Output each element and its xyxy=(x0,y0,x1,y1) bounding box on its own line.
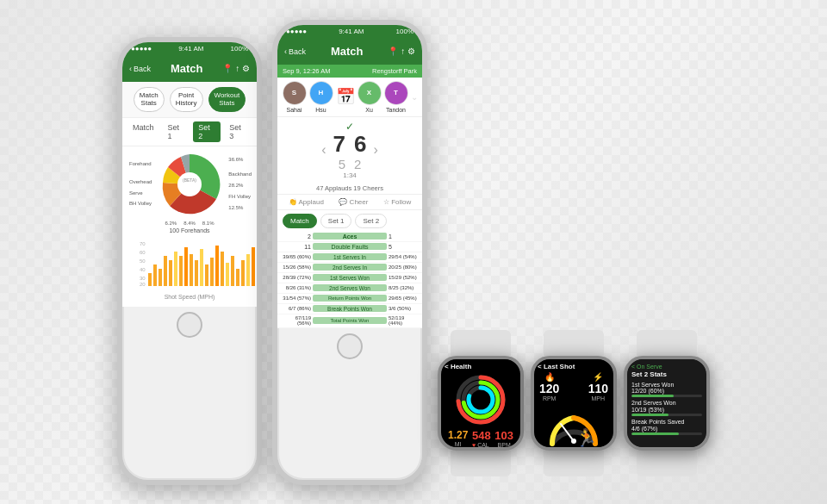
stats-row-1sw: 28/39 (72%) 1st Serves Won 15/29 (52%) xyxy=(277,273,422,283)
health-bpm-unit: BPM xyxy=(494,442,513,447)
svg-rect-20 xyxy=(210,258,214,286)
cheer-btn[interactable]: 💬 Cheer xyxy=(339,198,368,206)
set-tab-match[interactable]: Match xyxy=(127,121,159,142)
stats-row-2sw: 8/26 (31%) 2nd Serves Won 8/25 (32%) xyxy=(277,283,422,294)
phone2-home-btn[interactable] xyxy=(337,333,363,359)
phone1-chart-area: Forehand Overhead Serve BH Volley xyxy=(122,146,257,307)
watch2-band-top xyxy=(544,330,604,356)
shot-title: < Last Shot xyxy=(538,363,610,370)
svg-rect-24 xyxy=(231,256,234,286)
svg-rect-26 xyxy=(241,260,245,286)
phone1-bar-chart: 70 60 50 40 30 20 xyxy=(126,235,253,303)
stats-tab-match[interactable]: Match xyxy=(283,214,317,228)
health-distance-unit: MI xyxy=(448,441,468,447)
tab-point-history[interactable]: PointHistory xyxy=(170,87,203,112)
1sw-left: 28/39 (72%) xyxy=(281,275,311,280)
nav-arrow-left[interactable]: ‹ xyxy=(321,142,326,158)
watch-health: < Health xyxy=(438,356,524,451)
phone2-back-btn[interactable]: ‹ Back xyxy=(284,47,306,56)
tpw-left: 67/119 (56%) xyxy=(281,315,311,326)
player-tandon: T Tandon xyxy=(384,81,408,113)
health-calories: 548 xyxy=(472,429,491,442)
pct-bh-volley: 8.1% xyxy=(202,221,215,226)
svg-rect-10 xyxy=(159,269,162,286)
label-pct-fh-volley: 12.5% xyxy=(228,202,252,214)
shot-mph: 110 xyxy=(588,382,608,395)
label-overhead: Overhead xyxy=(129,177,152,187)
watch-health-screen: < Health xyxy=(441,359,520,447)
pie-chart-svg: (BETA) xyxy=(151,150,228,219)
set-tab-1[interactable]: Set 1 xyxy=(163,121,190,142)
stats-tab-set1[interactable]: Set 1 xyxy=(320,214,352,228)
svg-rect-11 xyxy=(164,256,167,286)
set-tab-2[interactable]: Set 2 xyxy=(193,121,221,142)
score-check: ✓ xyxy=(345,121,354,133)
scene: ●●●●● 9:41 AM 100% ‹ Back Match 📍 ↑ ⚙ Ma… xyxy=(117,20,710,485)
shot-mph-unit: MPH xyxy=(588,395,608,401)
follow-btn[interactable]: ☆ Follow xyxy=(383,198,411,206)
watch-on-serve: < On Serve Set 2 Stats 1st Serves Won 12… xyxy=(624,356,710,451)
svg-rect-15 xyxy=(184,247,188,286)
stats-tab-row: Match Set 1 Set 2 xyxy=(277,210,422,232)
health-title: < Health xyxy=(445,363,517,370)
tab-match-stats[interactable]: MatchStats xyxy=(134,87,165,112)
svg-rect-19 xyxy=(205,264,208,286)
player-name-tandon: Tandon xyxy=(386,107,406,113)
phone1-home-btn[interactable] xyxy=(177,312,202,338)
svg-text:40: 40 xyxy=(140,267,146,272)
svg-text:60: 60 xyxy=(140,250,146,255)
phone1-back-btn[interactable]: ‹ Back xyxy=(129,65,151,73)
stats-row-rpw: 31/54 (57%) Return Points Won 29/65 (45%… xyxy=(277,294,422,304)
svg-rect-9 xyxy=(153,264,157,286)
watch-last-shot: < Last Shot 🔥 120 RPM ⚡ 110 MPH xyxy=(531,356,617,451)
svg-rect-18 xyxy=(200,249,203,286)
svg-rect-28 xyxy=(252,247,255,286)
stats-tab-set2[interactable]: Set 2 xyxy=(355,214,387,228)
phone2-header: ‹ Back Match 📍 ↑ ⚙ xyxy=(277,39,422,65)
tab-workout-stats[interactable]: WorkoutStats xyxy=(208,87,246,112)
stats-row-df: 11 Double Faults 5 xyxy=(277,242,422,252)
set-tab-3[interactable]: Set 3 xyxy=(224,121,252,142)
label-bh-volley: BH Volley xyxy=(129,199,152,208)
watch1-band-top xyxy=(451,330,511,356)
1si-left: 39/65 (60%) xyxy=(281,254,311,259)
player-sahai: S Sahai xyxy=(283,81,307,113)
score-right-1: 6 xyxy=(354,133,366,155)
watch3-band-top xyxy=(637,330,697,356)
label-backhand: Backhand xyxy=(228,169,252,180)
stats-row-tpw: 67/119 (56%) Total Points Won 52/119 (44… xyxy=(277,314,422,328)
svg-text:50: 50 xyxy=(140,258,146,264)
player-name-sahai: Sahai xyxy=(287,107,302,113)
phone1-header: ‹ Back Match 📍 ↑ ⚙ xyxy=(122,56,257,82)
player-hsu: H Hsu xyxy=(309,81,333,113)
action-buttons: 👏 Applaud 💬 Cheer ☆ Follow xyxy=(277,195,422,210)
stats-row-2si: 15/26 (58%) 2nd Serves In 20/25 (80%) xyxy=(277,263,422,273)
phone1-screen: MatchStats PointHistory WorkoutStats Mat… xyxy=(122,82,257,307)
bpw-left: 6/7 (86%) xyxy=(281,306,311,311)
watch-serve-screen: < On Serve Set 2 Stats 1st Serves Won 12… xyxy=(627,359,706,447)
watch-health-wrap: < Health xyxy=(438,330,524,476)
applaud-btn[interactable]: 👏 Applaud xyxy=(289,198,324,206)
player-calendar: 📅 xyxy=(336,87,355,106)
health-distance: 1.27 xyxy=(448,429,468,441)
watch-serve-wrap: < On Serve Set 2 Stats 1st Serves Won 12… xyxy=(624,330,710,476)
svg-point-0 xyxy=(177,172,202,196)
serve-title: < On Serve xyxy=(631,364,702,370)
watches-row: < Health xyxy=(438,330,710,485)
match-location: Rengstorff Park xyxy=(372,67,417,75)
player-xu: X Xu xyxy=(358,81,382,113)
phone1-title: Match xyxy=(171,62,203,75)
svg-rect-14 xyxy=(179,256,183,286)
phone1-battery: 100% xyxy=(231,45,248,53)
label-serve: Serve xyxy=(129,189,152,198)
svg-rect-16 xyxy=(190,254,193,286)
aces-right: 1 xyxy=(389,233,419,240)
svg-rect-13 xyxy=(174,252,177,286)
nav-arrow-right[interactable]: › xyxy=(373,142,377,158)
phone1-set-tabs: Match Set 1 Set 2 Set 3 xyxy=(122,118,257,146)
shot-rpm: 120 xyxy=(539,382,559,395)
svg-text:20: 20 xyxy=(140,282,146,287)
phone2-battery: 100% xyxy=(396,28,414,35)
pct-overhead: 6.2% xyxy=(165,221,177,226)
2sw-left: 8/26 (31%) xyxy=(281,285,311,290)
